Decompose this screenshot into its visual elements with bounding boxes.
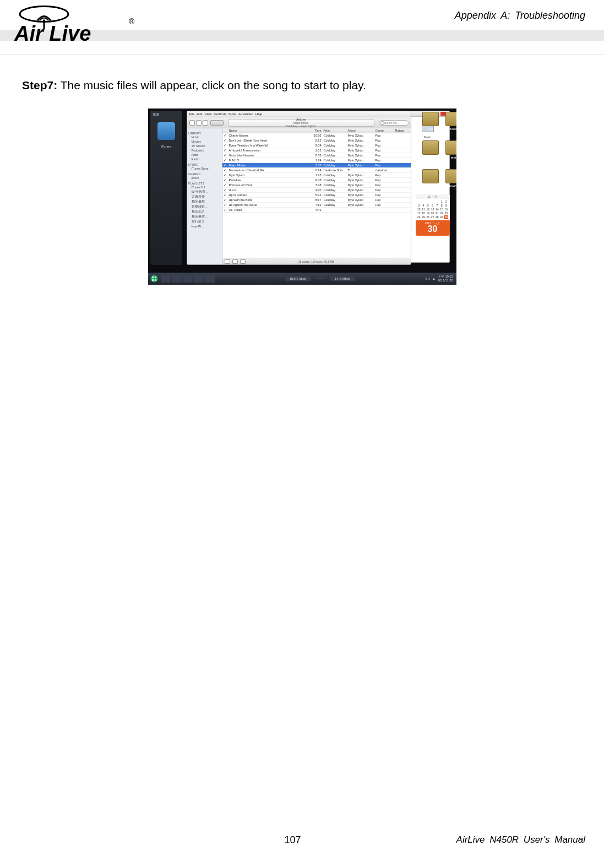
sidebar-item[interactable]: Radio — [188, 157, 221, 161]
svg-rect-8 — [152, 279, 154, 281]
taskbar-app-icon[interactable] — [183, 275, 193, 283]
start-button[interactable] — [148, 273, 160, 285]
windows-taskbar[interactable]: 819.0 kbps 14.3 Mbps CH ▲ 上午 10:51 2011/… — [148, 273, 456, 285]
sidebar-item[interactable]: 排行前 2… — [188, 219, 221, 224]
track-row[interactable]: ✓Paradise9:08ColdplayMylo XylotoPop — [222, 178, 411, 183]
svg-rect-9 — [155, 279, 156, 281]
sidebar-item[interactable]: 古典音樂 — [188, 194, 221, 199]
desktop-icon[interactable]: EVA'S — [442, 169, 456, 196]
sidebar-item[interactable]: Podcasts — [188, 148, 221, 153]
sidebar-item[interactable]: Music — [188, 135, 221, 139]
track-row[interactable]: ✓U.F.O.4:40ColdplayMylo XylotoPop — [222, 188, 411, 193]
sidebar-item[interactable]: Movies — [188, 139, 221, 144]
volume-slider[interactable] — [210, 120, 224, 126]
column-header[interactable]: Rating — [394, 128, 411, 133]
sidebar-item[interactable]: 最近播放… — [188, 214, 221, 219]
column-header[interactable]: Artist — [323, 128, 347, 133]
itunes-menu-bar[interactable]: FileEditViewControlsStoreAdvancedHelp — [187, 111, 411, 117]
desktop-icon[interactable]: test — [442, 140, 456, 167]
menu-item[interactable]: View — [205, 112, 212, 116]
track-row[interactable]: ✓Major Minus3:30ColdplayMylo XylotoPop — [222, 163, 411, 168]
net-upload: 819.0 kbps — [286, 276, 311, 281]
menu-item[interactable]: Edit — [197, 112, 202, 116]
sidebar-item[interactable]: Now Pl… — [188, 224, 221, 229]
step-text: Step7: The music files will appear, clic… — [22, 77, 582, 93]
calendar-day: 30 — [416, 225, 450, 234]
menu-item[interactable]: Controls — [214, 112, 226, 116]
track-row[interactable]: ✓01. 4.mp34:42 — [222, 208, 411, 213]
taskbar-app-icon[interactable] — [172, 275, 182, 283]
track-row[interactable]: ✓Don't Let It Break Your Heart8:15Coldpl… — [222, 138, 411, 143]
menu-item[interactable]: File — [189, 112, 195, 116]
column-header[interactable]: Time — [308, 128, 323, 133]
column-header[interactable]: Album — [347, 128, 374, 133]
taskbar-app-icon[interactable] — [194, 275, 204, 283]
footer-buttons[interactable] — [225, 259, 246, 264]
calendar-date: 2011 十一月 30 — [416, 220, 450, 236]
track-row[interactable]: ✓Princess of China3:48ColdplayMylo Xylot… — [222, 183, 411, 188]
track-row[interactable]: ✓Up With the Birds8:17ColdplayMylo Xylot… — [222, 198, 411, 203]
itunes-status-bar: 16 songs, 1.5 hours, 90.8 MB — [222, 258, 411, 264]
desktop-icon[interactable]: Tools — [442, 112, 456, 138]
column-header[interactable]: Genre — [374, 128, 394, 133]
clock-time: 上午 10:51 — [438, 275, 453, 279]
track-row[interactable]: ✓Hurts Like Heaven8:08ColdplayMylo Xylot… — [222, 153, 411, 158]
menu-item[interactable]: Help — [255, 112, 262, 116]
taskbar-app-icon[interactable] — [161, 275, 171, 283]
svg-text:®: ® — [129, 17, 135, 26]
column-header[interactable] — [222, 128, 228, 133]
search-input[interactable]: Search Mu… — [379, 120, 409, 126]
screenshot: 電源 iTunes Music Vol. 1 11 — 月 1234567891… — [148, 109, 456, 285]
track-row[interactable]: ✓Mylo Xyloto1:23ColdplayMylo XylotoPop — [222, 173, 411, 178]
svg-text:Air Live: Air Live — [14, 22, 91, 45]
lang-indicator[interactable]: CH — [425, 277, 430, 280]
prev-button[interactable] — [189, 120, 195, 126]
track-row[interactable]: ✓A Hopeful Transmission1:02ColdplayMylo … — [222, 148, 411, 153]
step-label: Step7: — [22, 79, 57, 91]
now-playing-artist: Coldplay — Mylo Xyloto — [286, 124, 315, 128]
column-header[interactable]: Name — [228, 128, 308, 133]
play-button[interactable] — [196, 120, 202, 126]
sidebar-item[interactable]: 我的最愛 — [188, 199, 221, 204]
track-list-header[interactable]: NameTimeArtistAlbumGenreRating — [222, 128, 411, 133]
menu-item[interactable]: Store — [228, 112, 236, 116]
tray-icon[interactable]: ▲ — [432, 277, 436, 280]
library-summary: 16 songs, 1.5 hours, 90.8 MB — [298, 260, 334, 263]
track-row[interactable]: ✓Us Against the World7:19ColdplayMylo Xy… — [222, 203, 411, 208]
menu-item[interactable]: Advanced — [238, 112, 253, 116]
next-button[interactable] — [203, 120, 208, 126]
track-list[interactable]: ✓Charlie Brown10:02ColdplayMylo XylotoPo… — [222, 133, 411, 258]
page-footer: 107 AirLive N450R User's Manual — [0, 834, 604, 846]
taskbar-app-icon[interactable] — [205, 275, 215, 283]
track-row[interactable]: ✓Every Teardrop Is a Waterfall9:04Coldpl… — [222, 143, 411, 148]
sidebar-item[interactable]: iTunes Store — [188, 166, 221, 171]
svg-rect-7 — [155, 276, 156, 278]
svg-point-0 — [20, 7, 68, 22]
desktop-icon[interactable]: airlive — [419, 169, 442, 196]
svg-point-5 — [150, 275, 157, 283]
sidebar-item[interactable]: 90 年代音… — [188, 189, 221, 194]
sidebar-item[interactable]: airlive — [188, 176, 221, 180]
net-download: 14.3 Mbps — [330, 276, 355, 281]
desktop-icon[interactable]: OLD — [419, 140, 442, 167]
calendar-gadget[interactable]: 11 — 月 123456789101112131415161718192021… — [416, 194, 450, 236]
sidebar-item[interactable]: 最近加入 — [188, 209, 221, 214]
sidebar-item[interactable]: TV Shows — [188, 144, 221, 148]
track-row[interactable]: ✓Up in Flames5:22ColdplayMylo XylotoPop — [222, 193, 411, 198]
itunes-desktop-icon[interactable] — [157, 122, 175, 140]
clock-date: 2011/11/30 — [438, 279, 453, 283]
step-description: The music files will appear, click on th… — [61, 79, 366, 91]
sidebar-item[interactable]: iTunes DJ — [188, 185, 221, 189]
desktop-dock: 電源 iTunes — [150, 111, 182, 265]
sidebar-item[interactable]: 音樂錄影… — [188, 204, 221, 209]
itunes-sidebar[interactable]: LIBRARYMusicMoviesTV ShowsPodcastsAppsRa… — [187, 128, 222, 264]
track-row[interactable]: ✓Momentum - Classical Mix6:14Hardcore Sc… — [222, 168, 411, 173]
clock[interactable]: 上午 10:51 2011/11/30 — [438, 275, 453, 283]
desktop-icon[interactable]: PM — [419, 112, 442, 138]
itunes-window[interactable]: FileEditViewControlsStoreAdvancedHelp Ai… — [187, 111, 411, 265]
track-row[interactable]: ✓Charlie Brown10:02ColdplayMylo XylotoPo… — [222, 133, 411, 138]
playback-controls — [189, 120, 208, 126]
sidebar-item[interactable]: Apps — [188, 153, 221, 157]
track-row[interactable]: ✓M.M.I.X.1:24ColdplayMylo XylotoPop — [222, 158, 411, 163]
dock-label: 電源 — [150, 111, 182, 119]
